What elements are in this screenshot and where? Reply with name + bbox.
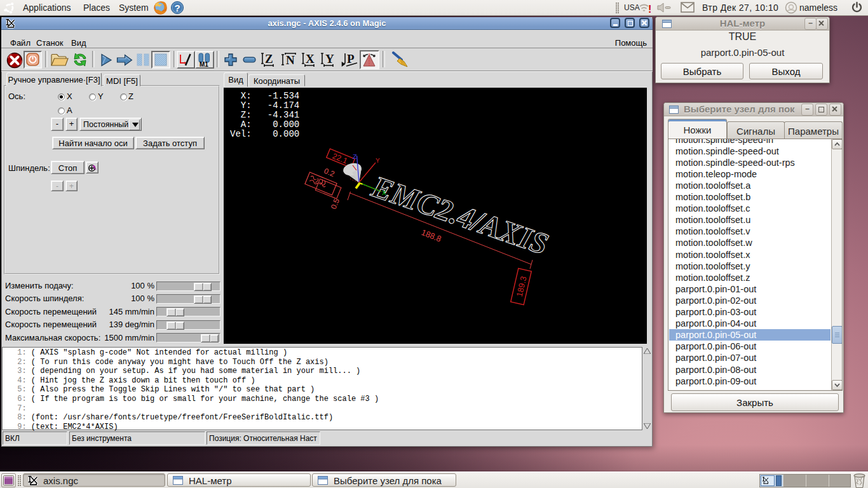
svg-text:?: ? <box>174 3 180 13</box>
svg-text:N: N <box>286 53 295 67</box>
svg-text:Z: Z <box>265 52 273 65</box>
svg-text:Z: Z <box>353 153 357 161</box>
svg-text:X: X <box>382 189 386 197</box>
svg-text:X: -1.534 Y: -4.: X: -1.534 Y: -4.174 Z: -4.341 A: 0.000 V… <box>224 88 348 139</box>
svg-text:Y: Y <box>376 157 380 165</box>
svg-text:X: X <box>306 52 315 65</box>
svg-text:!: ! <box>648 4 651 15</box>
svg-text:M1: M1 <box>200 61 208 67</box>
svg-text:Y: Y <box>325 52 334 65</box>
